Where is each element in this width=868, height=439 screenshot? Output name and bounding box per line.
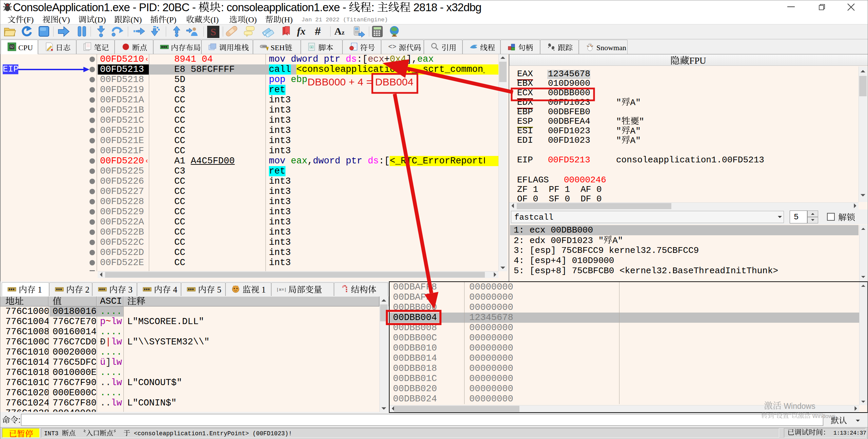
svg-text:fx: fx xyxy=(297,26,305,37)
svg-text:z: z xyxy=(342,29,344,36)
svg-text:<>: <> xyxy=(388,43,396,51)
svg-text:o: o xyxy=(311,46,312,48)
svg-text:92: 92 xyxy=(10,45,14,49)
svg-text:!: ! xyxy=(267,47,268,50)
svg-text:|x=|: |x=| xyxy=(277,287,286,292)
svg-text:S: S xyxy=(211,26,216,37)
svg-text:A: A xyxy=(334,26,342,37)
svg-text:#: # xyxy=(315,26,321,37)
